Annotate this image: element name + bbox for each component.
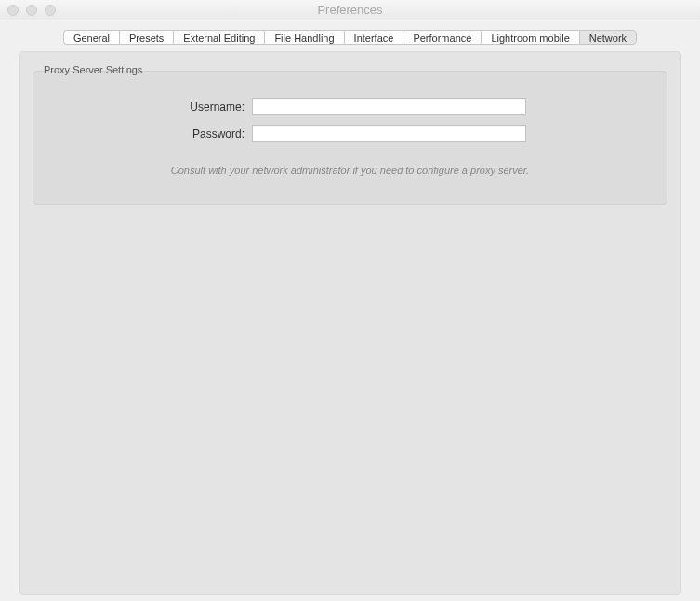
tab-file-handling[interactable]: File Handling bbox=[264, 30, 343, 45]
close-icon[interactable] bbox=[7, 5, 19, 16]
proxy-settings-section: Proxy Server Settings Username: Password… bbox=[33, 71, 667, 205]
main-panel: Proxy Server Settings Username: Password… bbox=[19, 51, 681, 595]
tab-lightroom-mobile[interactable]: Lightroom mobile bbox=[481, 30, 578, 45]
proxy-fieldset: Username: Password: Consult with your ne… bbox=[33, 71, 667, 205]
password-label: Password: bbox=[52, 127, 252, 140]
tab-network[interactable]: Network bbox=[579, 30, 637, 45]
section-title: Proxy Server Settings bbox=[42, 64, 144, 75]
tab-performance[interactable]: Performance bbox=[403, 30, 481, 45]
tab-general[interactable]: General bbox=[63, 30, 119, 45]
window-title: Preferences bbox=[0, 3, 700, 17]
minimize-icon[interactable] bbox=[26, 5, 37, 16]
traffic-lights bbox=[7, 5, 56, 16]
title-bar: Preferences bbox=[0, 0, 700, 20]
password-row: Password: bbox=[52, 125, 648, 142]
username-row: Username: bbox=[52, 98, 648, 115]
tab-bar: General Presets External Editing File Ha… bbox=[19, 30, 681, 45]
username-label: Username: bbox=[52, 100, 252, 114]
tab-presets[interactable]: Presets bbox=[119, 30, 173, 45]
content-area: General Presets External Editing File Ha… bbox=[0, 20, 700, 601]
tab-group: General Presets External Editing File Ha… bbox=[63, 30, 637, 45]
proxy-hint: Consult with your network administrator … bbox=[52, 165, 648, 176]
zoom-icon[interactable] bbox=[45, 5, 56, 16]
username-field[interactable] bbox=[252, 98, 526, 115]
tab-interface[interactable]: Interface bbox=[344, 30, 403, 45]
tab-external-editing[interactable]: External Editing bbox=[173, 30, 264, 45]
password-field[interactable] bbox=[252, 125, 526, 142]
